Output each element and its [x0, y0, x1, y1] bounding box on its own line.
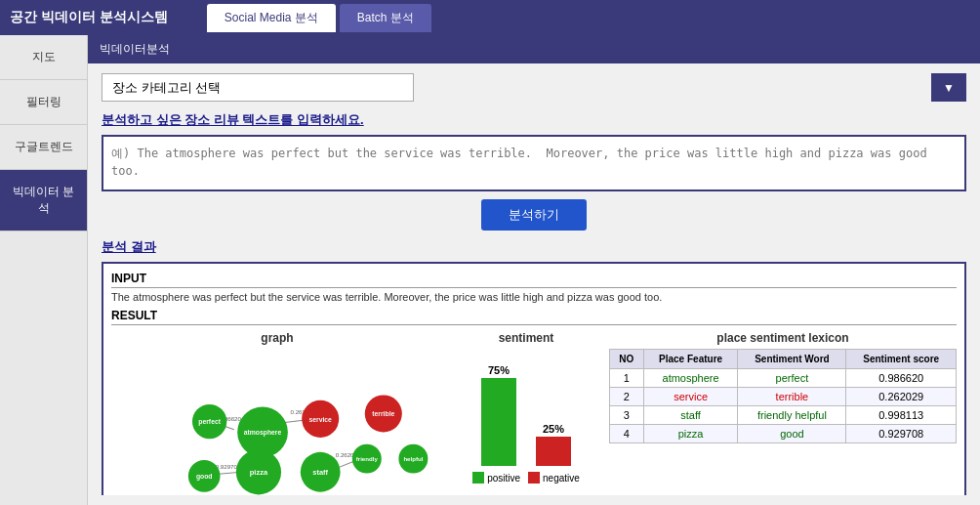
cell-word: good — [738, 425, 846, 443]
legend-positive: positive — [472, 472, 520, 484]
tab-social-media[interactable]: Social Media 분석 — [207, 4, 336, 32]
input-text: The atmosphere was perfect but the servi… — [111, 291, 957, 303]
cell-no: 2 — [610, 388, 644, 406]
sentiment-section: sentiment 75% 25% — [453, 331, 599, 495]
table-header-row: NO Place Feature Sentiment Word Sentimen… — [610, 350, 957, 369]
cell-feature: staff — [643, 406, 738, 425]
content-body: 장소 카테고리 선택 분석하고 싶은 장소 리뷰 텍스트를 입력하세요. 분석하… — [88, 63, 980, 505]
result-box: INPUT The atmosphere was perfect but the… — [102, 262, 966, 495]
cell-score: 0.262029 — [846, 388, 957, 406]
negative-bar-wrapper: 25% — [536, 423, 571, 466]
lexicon-section: place sentiment lexicon NO Place Feature… — [609, 331, 957, 495]
content-header: 빅데이터분석 — [88, 35, 980, 63]
sidebar: 지도 필터링 구글트렌드 빅데이터 분석 — [0, 35, 88, 505]
positive-label: 75% — [488, 364, 510, 376]
sentiment-title: sentiment — [453, 331, 599, 345]
svg-text:terrible: terrible — [372, 410, 394, 417]
legend-positive-color — [472, 472, 484, 484]
legend-negative: negative — [528, 472, 580, 484]
sidebar-item-map[interactable]: 지도 — [0, 35, 87, 80]
graph-svg: 0.986620 0.262029 0.262029 0.929708 — [111, 349, 443, 495]
input-section-label: INPUT — [111, 272, 957, 288]
cell-word: terrible — [738, 388, 846, 406]
col-score: Sentiment score — [846, 350, 957, 369]
app-container: 공간 빅데이터 분석시스템 Social Media 분석 Batch 분석 지… — [0, 0, 980, 505]
sidebar-item-filter[interactable]: 필터링 — [0, 80, 87, 125]
analyze-btn-wrapper: 분석하기 — [102, 199, 966, 231]
negative-label: 25% — [543, 423, 564, 435]
table-row: 2 service terrible 0.262029 — [610, 388, 957, 406]
cell-score: 0.929708 — [846, 425, 957, 443]
lexicon-table: NO Place Feature Sentiment Word Sentimen… — [609, 349, 957, 443]
sidebar-item-bigdata[interactable]: 빅데이터 분석 — [0, 170, 87, 231]
svg-text:friendly: friendly — [356, 455, 379, 462]
positive-bar — [481, 378, 516, 466]
positive-bar-wrapper: 75% — [481, 364, 516, 466]
cell-feature: service — [643, 388, 738, 406]
svg-text:service: service — [308, 416, 332, 423]
col-feature: Place Feature — [643, 350, 738, 369]
tab-batch[interactable]: Batch 분석 — [340, 4, 431, 32]
select-arrow-icon — [931, 73, 966, 102]
svg-text:staff: staff — [312, 468, 328, 477]
col-no: NO — [610, 350, 644, 369]
category-select[interactable]: 장소 카테고리 선택 — [102, 73, 414, 102]
input-label: 분석하고 싶은 장소 리뷰 텍스트를 입력하세요. — [102, 111, 966, 129]
graph-title: graph — [111, 331, 443, 345]
cell-no: 1 — [610, 369, 644, 388]
svg-text:atmosphere: atmosphere — [244, 429, 282, 437]
svg-text:perfect: perfect — [198, 418, 221, 426]
analyze-button[interactable]: 분석하기 — [481, 199, 587, 231]
negative-bar — [536, 437, 571, 466]
table-row: 3 staff friendly helpful 0.998113 — [610, 406, 957, 425]
graph-section: graph 0.986620 0.262029 — [111, 331, 443, 495]
graph-area: 0.986620 0.262029 0.262029 0.929708 — [111, 349, 443, 495]
cell-no: 3 — [610, 406, 644, 425]
col-word: Sentiment Word — [738, 350, 846, 369]
cell-score: 0.998113 — [846, 406, 957, 425]
svg-text:good: good — [196, 473, 213, 481]
cell-word: perfect — [738, 369, 846, 388]
svg-text:pizza: pizza — [250, 468, 268, 477]
review-textarea[interactable] — [102, 135, 966, 191]
table-row: 1 atmosphere perfect 0.986620 — [610, 369, 957, 388]
top-nav: 공간 빅데이터 분석시스템 Social Media 분석 Batch 분석 — [0, 0, 980, 35]
chart-legend: positive negative — [472, 472, 580, 484]
sentiment-chart: 75% 25% — [453, 349, 599, 495]
cell-no: 4 — [610, 425, 644, 443]
input-section: INPUT The atmosphere was perfect but the… — [111, 272, 957, 303]
bar-chart-area: 75% 25% — [481, 349, 571, 466]
sidebar-item-google-trend[interactable]: 구글트렌드 — [0, 125, 87, 170]
svg-text:helpful: helpful — [403, 455, 423, 462]
cell-feature: atmosphere — [643, 369, 738, 388]
result-section-label: RESULT — [111, 309, 957, 325]
cell-word: friendly helpful — [738, 406, 846, 425]
results-section: 분석 결과 INPUT The atmosphere was perfect b… — [102, 238, 966, 495]
legend-negative-color — [528, 472, 540, 484]
results-label: 분석 결과 — [102, 238, 966, 256]
nav-tabs: Social Media 분석 Batch 분석 — [207, 4, 431, 32]
lexicon-title: place sentiment lexicon — [609, 331, 957, 345]
legend-negative-label: negative — [543, 473, 580, 484]
result-content: graph 0.986620 0.262029 — [111, 331, 957, 495]
app-title: 공간 빅데이터 분석시스템 — [10, 9, 168, 26]
legend-positive-label: positive — [487, 473, 520, 484]
table-row: 4 pizza good 0.929708 — [610, 425, 957, 443]
cell-score: 0.986620 — [846, 369, 957, 388]
content-area: 빅데이터분석 장소 카테고리 선택 분석하고 싶은 장소 리뷰 텍스트를 입력하… — [88, 35, 980, 505]
main-layout: 지도 필터링 구글트렌드 빅데이터 분석 빅데이터분석 장소 카테고리 선택 분… — [0, 35, 980, 505]
cell-feature: pizza — [643, 425, 738, 443]
category-select-wrapper: 장소 카테고리 선택 — [102, 73, 966, 102]
